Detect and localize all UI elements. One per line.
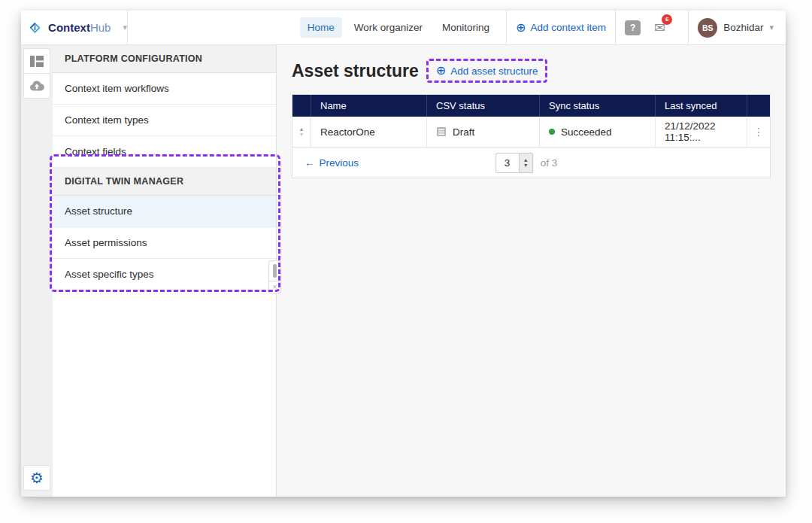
sort-down-icon[interactable]: ▼ bbox=[299, 132, 304, 137]
column-header-sync-status: Sync status bbox=[539, 95, 655, 117]
help-button[interactable]: ? bbox=[625, 20, 641, 35]
nav-tab-home[interactable]: Home bbox=[300, 17, 342, 38]
column-header-csv-status: CSV status bbox=[426, 95, 539, 117]
arrow-left-icon: ← bbox=[304, 157, 315, 169]
plus-circle-icon: ⊕ bbox=[516, 22, 526, 34]
document-icon bbox=[436, 126, 447, 137]
page-title: Asset structure bbox=[292, 61, 419, 81]
layout-panel-button[interactable] bbox=[23, 48, 50, 74]
sort-up-icon[interactable]: ▲ bbox=[299, 127, 304, 132]
topbar-divider bbox=[688, 11, 689, 45]
table-header-row: Name CSV status Sync status Last synced bbox=[292, 95, 770, 117]
icon-rail: ⚙ bbox=[21, 45, 53, 497]
settings-button[interactable]: ⚙ bbox=[23, 465, 50, 491]
sidebar-item-context-item-workflows[interactable]: Context item workflows bbox=[53, 73, 276, 105]
add-context-item-label: Add context item bbox=[531, 22, 607, 33]
top-bar: i ContextHub ▾ Home Work organizer Monit… bbox=[21, 11, 786, 45]
cell-csv-status: Draft bbox=[426, 117, 539, 147]
notifications-button[interactable]: ✉ 6 bbox=[654, 20, 665, 36]
gear-icon: ⚙ bbox=[30, 470, 44, 485]
scrollbar-thumb[interactable] bbox=[273, 264, 277, 278]
sync-status-label: Succeeded bbox=[561, 126, 612, 138]
table-header-spacer bbox=[292, 95, 311, 117]
cloud-upload-icon bbox=[29, 81, 44, 91]
plus-circle-icon: ⊕ bbox=[436, 65, 446, 77]
nav-tab-work-organizer[interactable]: Work organizer bbox=[347, 17, 430, 38]
previous-page-link[interactable]: ← Previous bbox=[304, 157, 359, 169]
brand[interactable]: i ContextHub ▾ bbox=[21, 11, 128, 44]
cell-row-actions: ⋮ bbox=[747, 117, 770, 147]
svg-text:i: i bbox=[34, 24, 35, 32]
sidebar-scrollbar[interactable]: × bbox=[268, 260, 281, 293]
table-row[interactable]: ▲ ▼ ReactorOne Draft bbox=[292, 117, 770, 147]
asset-table: Name CSV status Sync status Last synced … bbox=[292, 94, 771, 178]
kebab-menu-icon[interactable]: ⋮ bbox=[753, 126, 764, 138]
sidebar-item-context-fields[interactable]: Context fields bbox=[53, 136, 276, 168]
add-context-item-button[interactable]: ⊕ Add context item bbox=[516, 22, 606, 34]
close-icon: × bbox=[273, 283, 277, 291]
avatar: BS bbox=[698, 18, 717, 38]
brand-chevron-down-icon[interactable]: ▾ bbox=[123, 23, 127, 32]
main-panel: Asset structure ⊕ Add asset structure Na… bbox=[277, 45, 786, 497]
cell-name: ReactorOne bbox=[311, 117, 426, 147]
sidebar-item-asset-structure[interactable]: Asset structure bbox=[53, 196, 276, 227]
column-header-last-synced: Last synced bbox=[655, 95, 747, 117]
app-window: i ContextHub ▾ Home Work organizer Monit… bbox=[21, 11, 786, 497]
column-header-name: Name bbox=[311, 95, 426, 117]
topbar-divider bbox=[506, 11, 507, 45]
previous-label: Previous bbox=[320, 157, 359, 169]
sidebar-section-platform-configuration: PLATFORM CONFIGURATION bbox=[53, 45, 276, 73]
layout-icon bbox=[30, 56, 44, 67]
pagination-bar: ← Previous ▲ ▼ of 3 bbox=[292, 147, 770, 178]
page-number-input[interactable] bbox=[495, 153, 519, 173]
user-chevron-down-icon: ▾ bbox=[769, 23, 774, 32]
row-reorder-cell: ▲ ▼ bbox=[292, 117, 311, 147]
content-area: ⚙ PLATFORM CONFIGURATION Context item wo… bbox=[21, 45, 786, 497]
brand-name: ContextHub bbox=[48, 21, 111, 34]
contexthub-logo-icon: i bbox=[28, 18, 42, 38]
sidebar-item-asset-permissions[interactable]: Asset permissions bbox=[53, 227, 276, 259]
cloud-upload-button[interactable] bbox=[23, 73, 50, 99]
sidebar-item-asset-specific-types[interactable]: Asset specific types bbox=[53, 259, 276, 290]
cell-last-synced: 21/12/2022 11:15:... bbox=[655, 117, 747, 147]
scrollbar-close-button[interactable]: × bbox=[268, 281, 281, 293]
success-dot-icon bbox=[549, 129, 555, 135]
user-name: Bozhidar bbox=[723, 22, 763, 33]
add-asset-structure-label: Add asset structure bbox=[450, 65, 538, 77]
csv-status-label: Draft bbox=[453, 126, 474, 138]
stepper-down-icon[interactable]: ▼ bbox=[523, 163, 529, 168]
page-stepper[interactable]: ▲ ▼ bbox=[519, 153, 533, 173]
sidebar-item-context-item-types[interactable]: Context item types bbox=[53, 105, 276, 136]
add-asset-structure-button[interactable]: ⊕ Add asset structure bbox=[426, 59, 548, 83]
sidebar-section-digital-twin-manager: DIGITAL TWIN MANAGER bbox=[53, 168, 276, 196]
table-header-actions-spacer bbox=[747, 95, 770, 117]
user-menu[interactable]: BS Bozhidar ▾ bbox=[698, 18, 786, 38]
nav-tab-monitoring[interactable]: Monitoring bbox=[435, 17, 497, 38]
scrollbar-track[interactable] bbox=[268, 260, 281, 281]
cell-sync-status: Succeeded bbox=[539, 117, 655, 147]
sidebar: PLATFORM CONFIGURATION Context item work… bbox=[53, 45, 277, 497]
page-number-control: ▲ ▼ of 3 bbox=[495, 153, 558, 173]
notification-badge: 6 bbox=[662, 14, 672, 25]
main-nav: Home Work organizer Monitoring bbox=[300, 17, 497, 38]
topbar-divider bbox=[615, 11, 616, 45]
title-row: Asset structure ⊕ Add asset structure bbox=[292, 59, 771, 83]
page-total-label: of 3 bbox=[541, 157, 558, 169]
